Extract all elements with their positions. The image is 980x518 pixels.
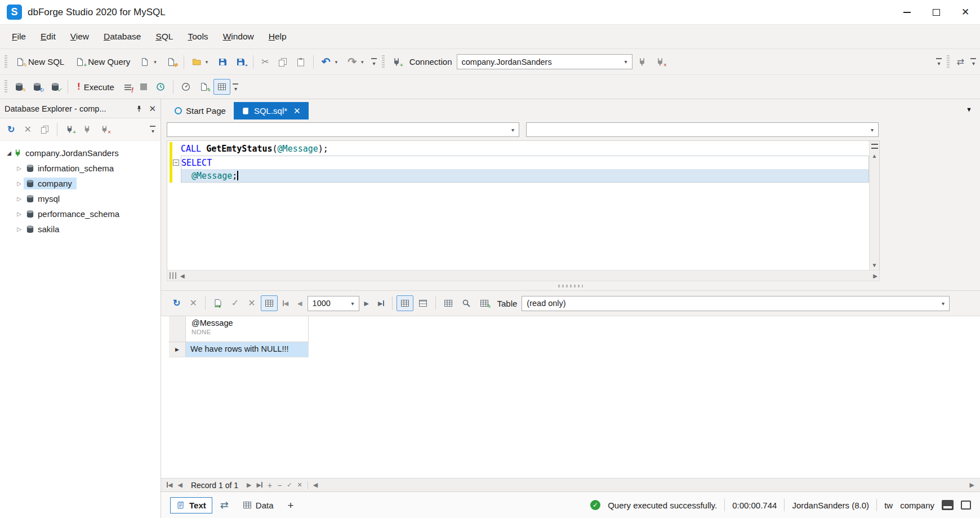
chevron-down-icon[interactable]: ▾ [621, 59, 631, 65]
toolbar-grip[interactable] [5, 55, 7, 69]
chevron-down-icon[interactable]: ▾ [938, 300, 948, 307]
expand-icon[interactable]: ▷ [15, 180, 24, 187]
chevron-down-icon[interactable]: ▾ [153, 59, 158, 65]
tree-node-mysql[interactable]: ▷mysql [0, 191, 161, 206]
chevron-down-icon[interactable]: ▾ [360, 59, 365, 65]
grid-cell[interactable]: We have rows with NULL!!! [186, 342, 309, 357]
connection-group-icon-button[interactable]: + [388, 54, 405, 70]
scroll-down-icon[interactable]: ▼ [870, 260, 879, 270]
cancel-edit-button[interactable]: ✕ [297, 481, 302, 489]
previous-page-button[interactable]: ◀ [293, 297, 306, 310]
toolbar-grip[interactable] [382, 55, 385, 69]
chevron-down-icon[interactable]: ▾ [867, 127, 877, 133]
new-document-button[interactable]: ▾ [136, 54, 162, 70]
cut-button[interactable]: ✂ [257, 54, 273, 70]
toolbar-overflow-button[interactable]: ▾ [149, 123, 157, 135]
export-data-button[interactable] [210, 295, 226, 311]
swap-views-icon[interactable]: ⇄ [220, 500, 229, 510]
menu-edit[interactable]: Edit [33, 28, 63, 45]
expand-icon[interactable]: ▷ [15, 165, 24, 171]
edit-document-button[interactable]: ✎ [195, 79, 212, 95]
new-connection-button[interactable]: + [61, 122, 78, 137]
results-placement-toggle[interactable] [213, 79, 230, 95]
chevron-down-icon[interactable]: ▾ [348, 300, 358, 307]
chevron-down-icon[interactable]: ▾ [204, 59, 210, 65]
toolbar-overflow-button[interactable]: ▾ [935, 56, 943, 68]
paste-button[interactable] [292, 54, 309, 70]
scroll-up-icon[interactable]: ▲ [870, 151, 879, 161]
open-connection-button[interactable] [634, 54, 651, 70]
add-view-button[interactable]: + [288, 500, 294, 511]
redo-button[interactable]: ↷▾ [344, 53, 368, 70]
tab-list-dropdown-icon[interactable]: ▼ [966, 106, 972, 113]
grid-scroll-left-icon[interactable]: ◀ [313, 481, 318, 489]
execute-script-button[interactable]: ! [121, 79, 135, 95]
split-editor-handle[interactable] [871, 144, 878, 149]
close-tab-icon[interactable]: ✕ [293, 106, 301, 116]
menu-database[interactable]: Database [96, 28, 148, 45]
tree-node-performance_schema[interactable]: ▷performance_schema [0, 206, 161, 222]
last-page-button[interactable]: ▶ [374, 297, 387, 310]
last-record-button[interactable]: ▶ [256, 481, 262, 489]
refresh-database-button[interactable]: ↻ [29, 79, 46, 95]
grid-view-button[interactable] [397, 295, 413, 311]
refresh-explorer-button[interactable]: ↻ [3, 122, 19, 138]
copy-button[interactable] [274, 54, 291, 70]
pin-icon[interactable] [135, 105, 143, 113]
stop-execution-button[interactable] [136, 80, 151, 94]
delete-button[interactable]: ✕ [20, 122, 35, 138]
new-from-template-button[interactable]: ✱ [163, 54, 180, 70]
close-button[interactable]: ✕ [951, 0, 980, 24]
tree-node-information_schema[interactable]: ▷information_schema [0, 161, 161, 176]
menu-file[interactable]: File [5, 28, 33, 45]
close-connection-button[interactable]: × [652, 54, 669, 70]
search-data-button[interactable] [458, 295, 475, 311]
chevron-down-icon[interactable]: ▾ [334, 59, 339, 65]
toolbar-grip[interactable] [5, 80, 7, 94]
layout-toggle-filled-icon[interactable] [942, 500, 954, 510]
grid-column-header[interactable]: @MessageNONE [186, 316, 309, 342]
code-line[interactable]: @Message; [167, 169, 869, 183]
card-view-button[interactable] [415, 295, 431, 311]
first-page-button[interactable]: ◀ [279, 297, 292, 310]
delete-record-button[interactable]: − [277, 481, 282, 490]
scroll-left-icon[interactable]: ◀ [179, 271, 186, 281]
toolbar-overflow-button[interactable]: ▾ [231, 81, 240, 93]
fold-marker[interactable]: − [173, 160, 179, 166]
close-panel-icon[interactable]: ✕ [149, 104, 156, 114]
toolbar-overflow-button[interactable]: ▾ [969, 56, 978, 68]
expand-icon[interactable]: ▷ [15, 211, 24, 217]
menu-tools[interactable]: Tools [180, 28, 215, 45]
expand-icon[interactable]: ▷ [15, 196, 24, 202]
tree-node-connection[interactable]: ◢ company.JordanSanders [0, 145, 161, 161]
paginal-mode-button[interactable] [261, 295, 278, 311]
collapse-icon[interactable]: ◢ [5, 150, 14, 156]
tab-start-page[interactable]: Start Page [167, 102, 234, 119]
menu-sql[interactable]: SQL [148, 28, 180, 45]
table-combobox[interactable]: (read only) ▾ [522, 296, 950, 311]
grid-corner[interactable] [169, 316, 186, 342]
sql-editor[interactable]: CALL GetEmtyStatus(@Message);−SELECT @Me… [167, 140, 880, 270]
refresh-results-button[interactable]: ↻ [169, 295, 184, 311]
data-view-button[interactable]: Data [237, 497, 280, 513]
tree-node-company[interactable]: ▷company [0, 176, 161, 191]
row-marker[interactable]: ▶ [169, 342, 186, 357]
execute-button[interactable]: ! Execute [72, 78, 119, 96]
scroll-right-icon[interactable]: ▶ [871, 271, 879, 281]
new-database-button[interactable]: ✎ [11, 79, 28, 95]
pane-splitter-handle[interactable] [170, 272, 176, 279]
connection-user[interactable]: JordanSanders (8.0) [792, 501, 869, 510]
code-line[interactable]: −SELECT [167, 156, 869, 169]
next-record-button[interactable]: ▶ [247, 481, 251, 489]
chevron-down-icon[interactable]: ▾ [508, 127, 518, 133]
post-edit-button[interactable]: ✓ [287, 481, 292, 489]
new-sql-button[interactable]: ✎ New SQL [11, 54, 69, 70]
member-combobox[interactable]: ▾ [526, 122, 879, 137]
navigate-button[interactable]: ⇄ [953, 54, 968, 70]
layout-toggle-outline-icon[interactable] [961, 501, 971, 510]
toolbar-grip[interactable] [947, 55, 950, 69]
database-name[interactable]: company [900, 501, 934, 510]
grid-scroll-right-icon[interactable]: ▶ [970, 481, 974, 489]
apply-changes-button[interactable]: ✓ [228, 295, 243, 311]
execution-history-button[interactable] [152, 79, 169, 95]
